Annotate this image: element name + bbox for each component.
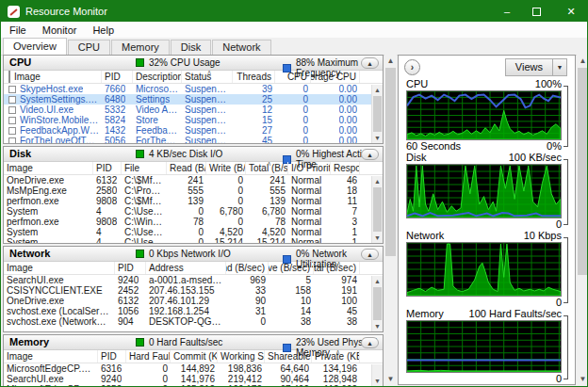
views-button[interactable]: Views ▼ (505, 58, 567, 76)
table-row[interactable]: FeedbackApp.Windows.exe1432FeedbackA...S… (4, 125, 383, 136)
table-row[interactable]: OneDrive.exe6132C:\$Mft (...2410241Norma… (4, 175, 383, 185)
scroll-down-icon[interactable]: ▼ (372, 233, 383, 243)
views-button-label[interactable]: Views (506, 59, 552, 75)
column-header[interactable]: File (122, 162, 167, 174)
row-checkbox[interactable] (8, 96, 16, 104)
column-header[interactable]: I/O Priority (288, 162, 331, 174)
column-header[interactable]: CPU (275, 71, 311, 83)
scroll-down-icon[interactable]: ▼ (372, 321, 383, 331)
column-header[interactable]: Status∧ (182, 71, 233, 83)
memory-table-scrollbar[interactable]: ▼ (371, 364, 383, 386)
menu-help[interactable]: Help (90, 24, 122, 36)
column-header[interactable]: Send (B/sec) (226, 262, 269, 274)
column-header[interactable]: Hard Faults... (126, 350, 171, 363)
column-header[interactable]: Commit (KB) (171, 350, 218, 363)
column-header[interactable]: Total (B/sec)∧ (314, 262, 360, 274)
column-header[interactable]: PID (102, 71, 133, 83)
table-row[interactable]: CSISYNCCLIENT.EXE2452207.46.153.15533158… (4, 285, 383, 296)
table-row[interactable]: MicrosoftEdgeCP.exe63160144,892198,83664… (4, 363, 383, 374)
column-header[interactable]: PID (93, 162, 122, 174)
column-header[interactable]: Private (KB)∧ (312, 350, 360, 363)
row-checkbox[interactable] (8, 117, 16, 124)
row-checkbox[interactable] (8, 127, 16, 135)
memory-table-header[interactable]: ImagePIDHard Faults...Commit (KB)Working… (4, 350, 383, 363)
menu-file[interactable]: File (8, 24, 35, 36)
column-header[interactable]: Image (4, 71, 102, 83)
left-pane-scrollbar[interactable]: ▲ ▼ (384, 55, 397, 385)
column-header[interactable]: Working Se... (218, 350, 265, 363)
column-header[interactable]: Image (4, 350, 98, 363)
close-button[interactable]: ✕ (555, 1, 587, 22)
scroll-thumb[interactable] (373, 287, 382, 320)
column-header[interactable]: Image (4, 262, 115, 274)
disk-table-header[interactable]: ImagePIDFileRead (B/...Write (B/...Total… (4, 162, 383, 175)
column-header[interactable]: Average CPU (311, 71, 360, 83)
row-checkbox[interactable] (8, 137, 16, 145)
tab-network[interactable]: Network (212, 40, 270, 55)
scroll-down-icon[interactable]: ▼ (372, 133, 383, 143)
scroll-up-icon[interactable]: ▲ (372, 85, 383, 95)
column-header[interactable]: PID (98, 350, 126, 363)
column-header[interactable]: Image (4, 162, 93, 174)
table-row[interactable]: MsMpEng.exe2580C:\Progr...5550555Normal1… (4, 185, 383, 196)
scroll-thumb[interactable] (373, 96, 382, 132)
memory-section-header[interactable]: Memory 0 Hard Faults/sec 23% Used Physic… (4, 335, 383, 350)
select-all-checkbox[interactable] (8, 71, 10, 83)
scroll-up-icon[interactable]: ▲ (577, 55, 588, 67)
table-row[interactable]: SearchUI.exe9240a-0001.a-msedge...969597… (4, 275, 383, 285)
table-row[interactable]: System4C:\Users\...06,7806,780Normal7 (4, 206, 383, 217)
column-header[interactable]: Shareable (... (265, 350, 312, 363)
cpu-table-header[interactable]: ImagePIDDescriptionStatus∧ThreadsCPUAver… (4, 71, 383, 84)
network-table-header[interactable]: ImagePIDAddressSend (B/sec)Receive (B/se… (4, 262, 383, 275)
cpu-section-header[interactable]: CPU 32% CPU Usage 88% Maximum Frequency … (4, 56, 383, 71)
column-header[interactable]: Total (B/s...∧ (246, 162, 288, 174)
column-header[interactable]: Address (146, 262, 226, 274)
menu-monitor[interactable]: Monitor (41, 24, 86, 36)
row-checkbox[interactable] (8, 106, 16, 114)
scroll-down-icon[interactable]: ▼ (577, 373, 588, 385)
table-row[interactable]: perfmon.exe9808C:\Wind...78078Normal3 (4, 217, 383, 227)
tab-overview[interactable]: Overview (3, 38, 67, 55)
table-row[interactable]: SystemSettings.exe6480SettingsSuspended2… (4, 94, 383, 105)
tab-cpu[interactable]: CPU (68, 40, 110, 55)
table-row[interactable]: System4C:\Users\...04,5204,520Normal1 (4, 227, 383, 237)
views-dropdown-arrow-icon[interactable]: ▼ (552, 59, 566, 75)
network-collapse-button[interactable]: ▲ (361, 249, 379, 260)
table-row[interactable]: WinStore.Mobile.exe5824StoreSuspended150… (4, 115, 383, 125)
cpu-table-scrollbar[interactable]: ▲ ▼ (371, 85, 383, 143)
disk-collapse-button[interactable]: ▲ (361, 149, 379, 160)
table-row[interactable]: Video.UI.exe5332Video Appl...Suspended12… (4, 105, 383, 115)
right-pane-scrollbar[interactable]: ▲ ▼ (577, 55, 588, 385)
tab-disk[interactable]: Disk (171, 40, 211, 55)
maximize-button[interactable] (523, 1, 555, 22)
table-row[interactable]: OneDrive.exe6132207.46.101.299010100 (4, 296, 383, 306)
scroll-down-icon[interactable]: ▼ (372, 376, 383, 386)
row-checkbox[interactable] (8, 86, 16, 93)
disk-section-header[interactable]: Disk 4 KB/sec Disk I/O 0% Highest Active… (4, 147, 383, 162)
disk-table-scrollbar[interactable]: ▲ ▼ (371, 176, 383, 243)
scroll-up-icon[interactable]: ▲ (372, 276, 383, 286)
tab-memory[interactable]: Memory (111, 40, 170, 55)
scroll-down-icon[interactable]: ▼ (384, 373, 397, 385)
scroll-thumb[interactable] (373, 187, 382, 232)
table-row[interactable]: SkypeHost.exe7660Microsoft S...Suspended… (4, 84, 383, 94)
column-header[interactable]: Threads (233, 71, 275, 83)
memory-collapse-button[interactable]: ▲ (361, 337, 379, 348)
column-header[interactable]: Receive (B/sec) (269, 262, 314, 274)
scroll-up-icon[interactable]: ▲ (372, 176, 383, 186)
network-table-scrollbar[interactable]: ▲ ▼ (371, 276, 383, 331)
scroll-thumb[interactable] (578, 68, 588, 275)
collapse-panel-button[interactable]: › (404, 59, 420, 75)
scroll-up-icon[interactable]: ▲ (384, 55, 397, 67)
column-header[interactable]: PID (115, 262, 146, 274)
table-row[interactable]: SearchUI.exe92400141,976219,41290,464128… (4, 374, 383, 384)
table-row[interactable]: System4C:\Users\...015,21415,214Normal1 (4, 237, 383, 244)
column-header[interactable]: Read (B/... (167, 162, 206, 174)
table-row[interactable]: svchost.exe (LocalServiceAndNo...1056192… (4, 306, 383, 316)
column-header[interactable]: Description (133, 71, 182, 83)
network-section-header[interactable]: Network 0 Kbps Network I/O 0% Network Ut… (4, 247, 383, 262)
column-header[interactable]: Respons... (331, 162, 360, 174)
column-header[interactable]: Write (B/... (206, 162, 246, 174)
table-row[interactable]: ForTheLoveOfTech.W10.exe5056ForTheLove..… (4, 136, 383, 144)
scroll-thumb[interactable] (385, 68, 396, 256)
